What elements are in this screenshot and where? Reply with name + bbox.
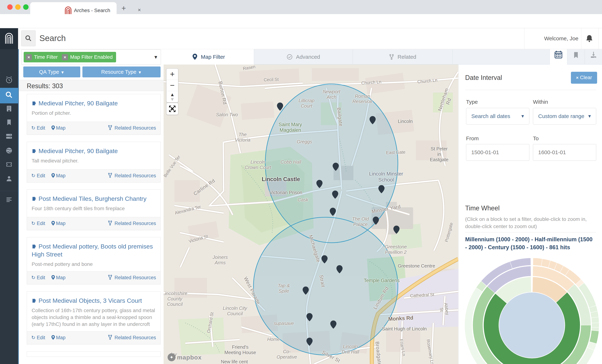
- map-link[interactable]: Map: [51, 125, 66, 131]
- recent-activity-icon[interactable]: [0, 74, 18, 88]
- tab-label: Advanced: [296, 54, 320, 60]
- date-interval-title: Date Interval: [465, 74, 502, 82]
- map-label: Lillicrap Court: [299, 98, 314, 109]
- time-wheel-segment[interactable]: [591, 317, 599, 323]
- time-wheel-center[interactable]: [499, 292, 565, 358]
- menu-lines-icon[interactable]: [0, 194, 18, 208]
- minimize-window-button[interactable]: [15, 4, 21, 10]
- chevron-down-icon[interactable]: ▼: [153, 54, 158, 60]
- result-title[interactable]: Medieval Pitcher, 90 Bailgate: [32, 147, 156, 155]
- time-wheel-segment[interactable]: [589, 330, 599, 344]
- within-select[interactable]: Custom date range▼: [533, 108, 596, 125]
- related-resources-link[interactable]: Related Resources: [108, 173, 156, 178]
- fork-icon: [108, 275, 112, 280]
- map-canvas[interactable]: RasenCecil StChurch LnChurch LnBurton Rd…: [164, 64, 458, 364]
- map-label: Lincolnshire County Council: [164, 291, 187, 307]
- search-icon-box[interactable]: [21, 30, 36, 46]
- related-resources-link[interactable]: Related Resources: [108, 221, 156, 226]
- time-wheel-segment[interactable]: [592, 323, 599, 328]
- new-tab-button[interactable]: +: [121, 4, 126, 13]
- bookmark-nav-icon[interactable]: [0, 117, 18, 131]
- browser-tab[interactable]: Arches - Search ×: [30, 2, 117, 14]
- edit-link[interactable]: ↻ Edit: [31, 173, 45, 178]
- time-wheel-breadcrumb[interactable]: Millennium (1000 - 2000) - Half-millenni…: [465, 236, 593, 251]
- map-label: Broadgate: [374, 341, 383, 364]
- edit-link[interactable]: ↻ Edit: [31, 335, 45, 340]
- map-link[interactable]: Map: [51, 221, 66, 226]
- result-title[interactable]: Post Medieval Objects, 3 Vicars Court: [32, 297, 156, 305]
- buildings-icon[interactable]: [0, 103, 18, 117]
- map-extent-button[interactable]: [166, 103, 178, 115]
- result-card[interactable]: Post Medieval Tiles, Burghersh ChantryFo…: [27, 189, 161, 230]
- result-card[interactable]: Medieval Pitcher, 90 BailgateTall mediev…: [27, 142, 161, 182]
- server-stack-icon[interactable]: [0, 131, 18, 145]
- search-results-panel: × Time Filter × Map Filter Enabled ▼ QA …: [18, 49, 164, 364]
- tab-related[interactable]: Related: [353, 49, 452, 64]
- edit-link[interactable]: ↻ Edit: [31, 125, 45, 131]
- result-title[interactable]: Post Medieval Tiles, Burghersh Chantry: [32, 195, 156, 203]
- globe-nav-icon[interactable]: [0, 145, 18, 159]
- map-link[interactable]: Map: [51, 275, 66, 280]
- tab-time-filter[interactable]: [549, 49, 567, 64]
- map-label: Newport Arch: [323, 89, 340, 100]
- search-nav-icon[interactable]: [0, 89, 18, 103]
- search-input[interactable]: Search: [39, 33, 66, 43]
- result-card[interactable]: Post Medieval Objects, 3 Vicars CourtCol…: [27, 291, 161, 344]
- filter-chip-map[interactable]: × Map Filter Enabled: [60, 52, 116, 62]
- qa-type-button[interactable]: QA Type ▼: [23, 66, 80, 77]
- app-logo-block[interactable]: [0, 28, 18, 49]
- result-card[interactable]: Post Medieval pottery, Boots old premise…: [27, 237, 161, 284]
- map-link[interactable]: Map: [51, 335, 66, 340]
- artefact-icon: [32, 244, 37, 249]
- map-label: West Parade: [243, 276, 261, 305]
- card-body: Medieval Pitcher, 90 BailgatePortion of …: [27, 94, 160, 122]
- map-label: The Victoria: [235, 132, 250, 143]
- map-label: Victorian Prison: [269, 190, 302, 195]
- map-label: Victoria St: [188, 234, 208, 244]
- compass-control[interactable]: ▲▼: [166, 91, 178, 102]
- close-window-button[interactable]: [7, 4, 13, 10]
- tab-saved-searches[interactable]: [567, 49, 585, 64]
- related-resources-link[interactable]: Related Resources: [108, 335, 156, 340]
- card-body: Post Medieval Tiles, Burghersh ChantryFo…: [27, 190, 160, 217]
- related-resources-link[interactable]: Related Resources: [108, 125, 156, 131]
- edit-link[interactable]: ↻ Edit: [31, 221, 45, 226]
- time-wheel-chart[interactable]: [465, 258, 599, 364]
- artefact-icon: [32, 148, 37, 154]
- to-date-input[interactable]: 1600-01-01: [533, 144, 596, 161]
- remove-filter-icon[interactable]: ×: [62, 54, 68, 60]
- related-resources-link[interactable]: Related Resources: [108, 275, 156, 280]
- tab-advanced[interactable]: Advanced: [254, 49, 353, 64]
- result-title[interactable]: Post Medieval pottery, Boots old premise…: [32, 242, 156, 258]
- resource-type-button[interactable]: Resource Type ▼: [82, 66, 161, 77]
- ticket-icon[interactable]: [0, 159, 18, 173]
- from-date-input[interactable]: 1500-01-01: [466, 144, 529, 161]
- zoom-window-button[interactable]: [23, 4, 29, 10]
- within-value: Custom date range: [538, 113, 584, 119]
- time-wheel-segment[interactable]: [533, 258, 542, 266]
- card-footer: ↻ EditMap Related Resources: [27, 169, 160, 182]
- time-wheel-hint: (Click on a block to set a filter, doubl…: [465, 216, 592, 230]
- map-link[interactable]: Map: [51, 173, 66, 178]
- filter-chip-time[interactable]: × Time Filter: [24, 52, 61, 62]
- divider: [598, 28, 599, 49]
- clear-filter-button[interactable]: × Clear: [571, 72, 597, 84]
- zoom-in-button[interactable]: +: [166, 69, 178, 80]
- map-attribution[interactable]: ✦mapbox: [168, 353, 202, 361]
- map-label: Tap & Spile: [278, 283, 290, 294]
- tab-export[interactable]: [585, 49, 602, 64]
- user-icon[interactable]: [0, 173, 18, 187]
- remove-filter-icon[interactable]: ×: [26, 54, 32, 60]
- result-title[interactable]: Medieval Pitcher, 90 Bailgate: [32, 99, 156, 107]
- map-pin-icon: [51, 125, 55, 130]
- edit-link[interactable]: ↻ Edit: [31, 275, 45, 280]
- tab-map-filter[interactable]: Map Filter: [164, 49, 254, 64]
- type-select[interactable]: Search all dates▼: [466, 108, 529, 125]
- result-card[interactable]: [27, 351, 161, 357]
- map-label: Abbey St: [438, 301, 450, 317]
- zoom-out-button[interactable]: −: [166, 80, 178, 91]
- welcome-user[interactable]: Welcome, Joe: [544, 35, 580, 42]
- notifications-bell-icon[interactable]: [585, 34, 594, 43]
- tab-close-icon[interactable]: ×: [138, 7, 141, 13]
- result-card[interactable]: Medieval Pitcher, 90 BailgatePortion of …: [27, 94, 161, 135]
